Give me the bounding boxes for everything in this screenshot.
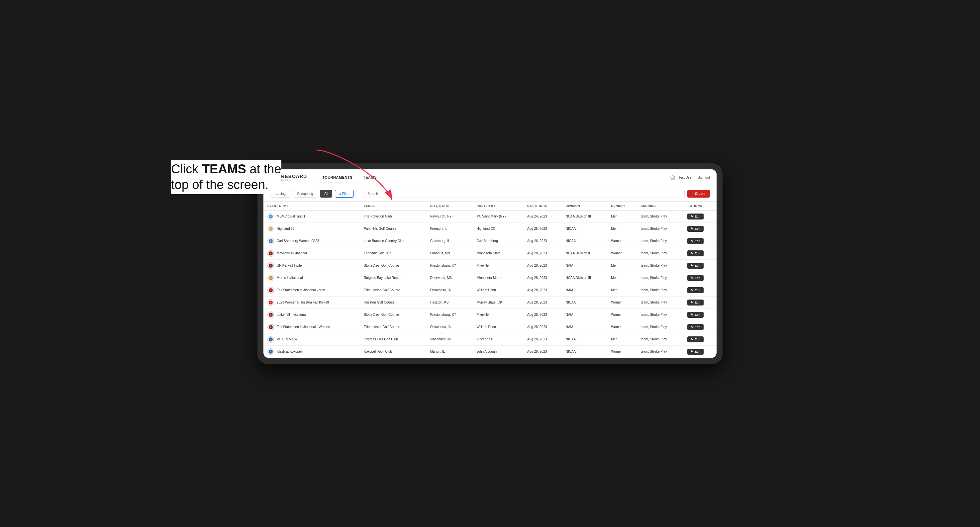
edit-button[interactable]: ✎ Edit xyxy=(687,263,703,269)
event-name-cell: Highland 36 xyxy=(263,222,360,235)
scoring-cell: team, Stroke Play xyxy=(637,271,684,284)
search-input[interactable] xyxy=(363,190,685,198)
edit-button[interactable]: ✎ Edit xyxy=(687,324,703,330)
actions-cell: ✎ Edit xyxy=(683,284,717,296)
edit-button[interactable]: ✎ Edit xyxy=(687,238,703,244)
event-name-cell: Morris Invitational xyxy=(263,271,360,284)
edit-button[interactable]: ✎ Edit xyxy=(687,251,703,256)
actions-cell: ✎ Edit xyxy=(683,271,717,284)
edit-button[interactable]: ✎ Edit xyxy=(687,312,703,318)
actions-cell: ✎ Edit xyxy=(683,235,717,247)
start-date-cell: Aug 28, 2023 xyxy=(523,321,562,333)
hosted-by-cell: Minnesota State xyxy=(473,247,523,259)
division-cell: NAIA xyxy=(562,284,607,296)
hosted-by-cell: Pikeville xyxy=(473,259,523,271)
competing-button[interactable]: Competing xyxy=(293,190,317,198)
scoring-cell: team, Stroke Play xyxy=(637,247,684,259)
nav-tournaments[interactable]: TOURNAMENTS xyxy=(317,172,358,183)
edit-icon: ✎ xyxy=(690,264,693,267)
gender-cell: Women xyxy=(607,247,636,259)
hosted-by-cell: Pikeville xyxy=(473,308,523,321)
division-cell: NICAA II xyxy=(562,296,607,308)
table-row: Highland 36 Park Hills Golf Course Freep… xyxy=(263,222,717,235)
edit-icon: ✎ xyxy=(690,338,693,341)
create-button[interactable]: + Create xyxy=(687,190,710,198)
logo-sub: Powered by Clippit xyxy=(270,179,307,181)
scoring-cell: team, Stroke Play xyxy=(637,321,684,333)
actions-cell: ✎ Edit xyxy=(683,345,717,358)
division-cell: NICAA I xyxy=(562,222,607,235)
filter-button[interactable]: ≡ Filter xyxy=(335,190,354,198)
start-date-cell: Aug 28, 2023 xyxy=(523,271,562,284)
start-date-cell: Aug 28, 2023 xyxy=(523,247,562,259)
event-name-cell: upike fall invitational xyxy=(263,308,360,321)
start-date-cell: Aug 26, 2023 xyxy=(523,235,562,247)
edit-button[interactable]: ✎ Edit xyxy=(687,287,703,293)
all-button[interactable]: All xyxy=(320,190,332,198)
start-date-cell: Aug 28, 2023 xyxy=(523,296,562,308)
hosted-by-cell: Mt. Saint Mary (NY) xyxy=(473,210,523,222)
edit-button[interactable]: ✎ Edit xyxy=(687,275,703,281)
venue-cell: Edmundson Golf Course xyxy=(360,321,426,333)
start-date-cell: Aug 24, 2023 xyxy=(523,210,562,222)
col-start-date: START DATE xyxy=(523,202,562,211)
col-hosted-by: HOSTED BY xyxy=(473,202,523,211)
start-date-cell: Aug 28, 2023 xyxy=(523,284,562,296)
actions-cell: ✎ Edit xyxy=(683,308,717,321)
venue-cell: Edmundson Golf Course xyxy=(360,284,426,296)
city-state-cell: Marion, IL xyxy=(426,345,473,358)
sign-out-link[interactable]: Sign out xyxy=(698,176,710,179)
city-state-cell: Oskaloosa, IA xyxy=(426,284,473,296)
event-name-cell: Fall Statesmen Invitational - Women xyxy=(263,321,360,333)
actions-cell: ✎ Edit xyxy=(683,222,717,235)
table-row: Klash at Kokopelli Kokopelli Golf Club M… xyxy=(263,345,717,358)
hosted-by-cell: Vincennes xyxy=(473,333,523,345)
table-header-row: EVENT NAME VENUE CITY, STATE HOSTED BY S… xyxy=(263,202,717,211)
table-row: Morris Invitational Rutger's Bay Lake Re… xyxy=(263,271,717,284)
event-name-cell: MSMC Qualifying 1 xyxy=(263,210,360,222)
hosting-button[interactable]: Hosting xyxy=(270,190,290,198)
venue-cell: Cypress Hills Golf Club xyxy=(360,333,426,345)
gear-icon[interactable] xyxy=(670,175,675,180)
scoring-cell: team, Stroke Play xyxy=(637,296,684,308)
event-name-cell: VU PREVIEW xyxy=(263,333,360,345)
team-icon xyxy=(267,324,274,330)
city-state-cell: Freeport, IL xyxy=(426,222,473,235)
nav-teams[interactable]: TEAMS xyxy=(358,172,382,183)
edit-button[interactable]: ✎ Edit xyxy=(687,349,703,355)
actions-cell: ✎ Edit xyxy=(683,210,717,222)
col-venue: VENUE xyxy=(360,202,426,211)
col-gender: GENDER xyxy=(607,202,636,211)
edit-icon: ✎ xyxy=(690,301,693,304)
table-row: MSMC Qualifying 1 The Powelton Club Newb… xyxy=(263,210,717,222)
venue-cell: Faribault Golf Club xyxy=(360,247,426,259)
hosted-by-cell: Minnesota-Morris xyxy=(473,271,523,284)
col-scoring: SCORING xyxy=(637,202,684,211)
event-name: Fall Statesmen Invitational - Men xyxy=(277,288,325,292)
edit-icon: ✎ xyxy=(690,313,693,316)
table-row: Fall Statesmen Invitational - Women Edmu… xyxy=(263,321,717,333)
venue-cell: Rutger's Bay Lake Resort xyxy=(360,271,426,284)
scoring-cell: team, Stroke Play xyxy=(637,308,684,321)
team-icon xyxy=(267,225,274,232)
gender-cell: Men xyxy=(607,284,636,296)
venue-cell: StoneCrest Golf Course xyxy=(360,308,426,321)
city-state-cell: Deerwood, MN xyxy=(426,271,473,284)
edit-icon: ✎ xyxy=(690,227,693,230)
table-row: UPIKE Fall Invite StoneCrest Golf Course… xyxy=(263,259,717,271)
edit-button[interactable]: ✎ Edit xyxy=(687,226,703,232)
division-cell: NICAA I xyxy=(562,235,607,247)
edit-button[interactable]: ✎ Edit xyxy=(687,214,703,219)
team-icon xyxy=(267,311,274,318)
edit-icon: ✎ xyxy=(690,276,693,279)
edit-button[interactable]: ✎ Edit xyxy=(687,300,703,305)
venue-cell: StoneCrest Golf Course xyxy=(360,259,426,271)
team-icon xyxy=(267,336,274,343)
gender-cell: Women xyxy=(607,321,636,333)
city-state-cell: Prestonsburg, KY xyxy=(426,308,473,321)
start-date-cell: Aug 28, 2023 xyxy=(523,345,562,358)
team-icon xyxy=(267,275,274,281)
edit-button[interactable]: ✎ Edit xyxy=(687,337,703,342)
event-name: MSMC Qualifying 1 xyxy=(277,214,305,218)
division-cell: NICAA I xyxy=(562,345,607,358)
